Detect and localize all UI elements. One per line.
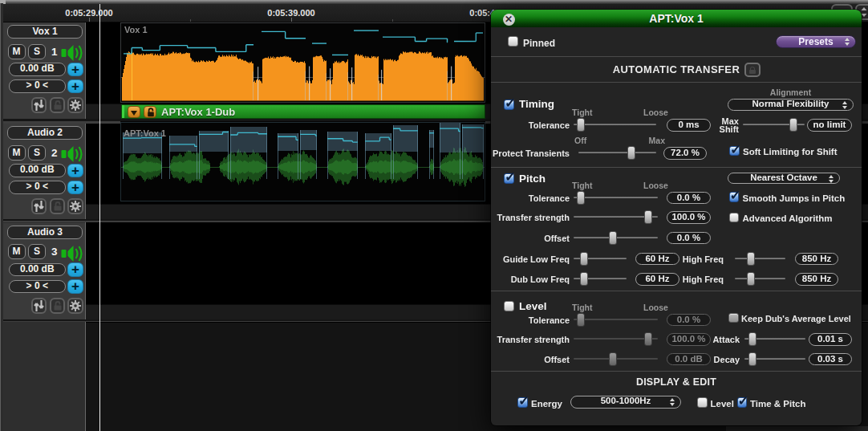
smooth-jumps-checkbox[interactable]: ✓	[729, 192, 740, 202]
track-name-button[interactable]: Audio 3	[7, 226, 83, 239]
volume-plus-button[interactable]: +	[67, 63, 83, 77]
volume-display[interactable]: 0.00 dB	[9, 63, 66, 76]
sort-button[interactable]	[31, 198, 47, 214]
background-window-edge	[726, 426, 868, 431]
process-lock-button[interactable]	[144, 106, 156, 118]
soft-limiting-checkbox[interactable]: ✓	[729, 146, 740, 157]
max-label: Max	[649, 136, 665, 145]
dub-high-freq-slider[interactable]	[735, 272, 785, 286]
volume-display[interactable]: 0.00 dB	[9, 164, 66, 177]
dub-waveform-clip[interactable]	[120, 121, 485, 202]
apt-process-bar[interactable]: APT:Vox 1-Dub	[121, 104, 485, 120]
advanced-algorithm-label: Advanced Algorithm	[743, 213, 833, 223]
track-name-button[interactable]: Vox 1	[7, 25, 83, 39]
freq-range-dropdown[interactable]: 500-1000Hz	[570, 396, 681, 409]
max-shift-label2: Shift	[720, 124, 739, 134]
pan-plus-button[interactable]: +	[67, 79, 83, 94]
energy-checkbox[interactable]: ✓	[517, 397, 528, 408]
decay-slider[interactable]	[744, 352, 805, 366]
gear-button[interactable]	[67, 198, 83, 214]
transfer-lock-button[interactable]	[744, 63, 761, 77]
octave-dropdown[interactable]: Nearest Octave	[728, 173, 840, 185]
track-name-button[interactable]: Audio 2	[7, 126, 83, 140]
time-pitch-checkbox[interactable]: ✓	[737, 397, 748, 408]
dub-low-freq-label: Dub Low Freq	[511, 274, 570, 284]
pitch-offset-slider[interactable]	[574, 231, 658, 245]
presets-dropdown[interactable]: Presets	[776, 35, 856, 48]
level-transfer-slider[interactable]	[574, 332, 658, 346]
triangle-down-icon	[131, 111, 137, 116]
timing-tolerance-value[interactable]: 0 ms	[667, 119, 711, 132]
level-tolerance-slider[interactable]	[574, 313, 658, 327]
level-offset-slider[interactable]	[574, 352, 658, 366]
display-level-checkbox[interactable]: ✓	[697, 397, 708, 408]
guide-high-freq-value[interactable]: 850 Hz	[795, 253, 838, 266]
protect-transients-slider[interactable]	[578, 146, 656, 160]
guide-high-freq-slider[interactable]	[735, 252, 785, 266]
protect-transients-value[interactable]: 72.0 %	[663, 147, 707, 160]
sort-button[interactable]	[31, 97, 47, 113]
level-transfer-label: Transfer strength	[497, 335, 570, 344]
level-tolerance-value[interactable]: 0.0 %	[667, 314, 711, 327]
gear-button[interactable]	[67, 298, 83, 314]
alignment-dropdown[interactable]: Normal Flexibility	[728, 99, 854, 111]
pitch-transfer-label: Transfer strength	[497, 213, 570, 222]
max-shift-value[interactable]: no limit	[807, 119, 852, 132]
sort-button[interactable]	[31, 298, 47, 314]
off-label: Off	[574, 136, 586, 145]
pitch-offset-label: Offset	[544, 234, 570, 243]
dub-low-freq-slider[interactable]	[574, 272, 627, 286]
updown-arrows-icon	[829, 175, 834, 183]
volume-plus-button[interactable]: +	[67, 262, 83, 277]
decay-value[interactable]: 0.03 s	[809, 353, 852, 366]
pitch-offset-value[interactable]: 0.0 %	[667, 232, 711, 245]
speaker-icon[interactable]	[61, 43, 83, 63]
level-section-label: Level	[519, 302, 547, 311]
level-offset-value[interactable]: 0.0 dB	[667, 353, 711, 366]
dub-high-freq-value[interactable]: 850 Hz	[795, 273, 838, 286]
pinned-checkbox[interactable]: ✓	[508, 36, 518, 47]
speaker-icon[interactable]	[61, 144, 83, 164]
volume-plus-button[interactable]: +	[67, 164, 83, 178]
pan-display[interactable]: > 0 <	[9, 280, 66, 294]
keep-dub-checkbox[interactable]: ✓	[728, 313, 739, 323]
timing-tolerance-slider[interactable]	[574, 118, 656, 132]
solo-button[interactable]: S	[28, 244, 46, 259]
playhead[interactable]	[99, 4, 100, 431]
pitch-tolerance-value[interactable]: 0.0 %	[667, 192, 711, 205]
pitch-checkbox[interactable]: ✓	[504, 173, 514, 184]
process-expand-button[interactable]	[128, 106, 140, 118]
solo-button[interactable]: S	[28, 145, 46, 161]
timing-checkbox[interactable]: ✓	[504, 100, 514, 110]
guide-waveform-clip[interactable]	[120, 22, 485, 103]
lock-button[interactable]	[50, 198, 66, 214]
clip1-label: Vox 1	[124, 25, 148, 35]
level-transfer-value[interactable]: 100.0 %	[667, 333, 711, 346]
advanced-algorithm-checkbox[interactable]: ✓	[729, 213, 740, 223]
guide-low-freq-value[interactable]: 60 Hz	[635, 253, 679, 266]
track-header: Audio 2 M S 2 0.00 dB + > 0 < +	[3, 124, 85, 219]
pan-plus-button[interactable]: +	[67, 279, 83, 294]
volume-display[interactable]: 0.00 dB	[9, 263, 66, 277]
mute-button[interactable]: M	[8, 145, 26, 161]
pitch-transfer-slider[interactable]	[574, 210, 658, 224]
lock-button[interactable]	[50, 298, 66, 314]
pitch-tolerance-slider[interactable]	[574, 191, 658, 205]
attack-value[interactable]: 0.01 s	[809, 333, 852, 346]
mute-button[interactable]: M	[8, 44, 26, 59]
lock-button[interactable]	[50, 97, 66, 113]
mute-button[interactable]: M	[8, 244, 26, 259]
energy-label: Energy	[531, 399, 562, 409]
gear-button[interactable]	[67, 97, 83, 113]
solo-button[interactable]: S	[28, 44, 46, 59]
pitch-transfer-value[interactable]: 100.0 %	[667, 211, 711, 224]
pan-display[interactable]: > 0 <	[9, 181, 66, 194]
dub-low-freq-value[interactable]: 60 Hz	[635, 273, 679, 286]
pan-display[interactable]: > 0 <	[9, 79, 66, 93]
level-checkbox[interactable]: ✓	[504, 301, 514, 311]
speaker-icon[interactable]	[61, 244, 83, 263]
guide-low-freq-slider[interactable]	[574, 252, 627, 266]
attack-slider[interactable]	[744, 332, 805, 346]
pan-plus-button[interactable]: +	[67, 181, 83, 195]
max-shift-slider[interactable]	[743, 118, 805, 132]
